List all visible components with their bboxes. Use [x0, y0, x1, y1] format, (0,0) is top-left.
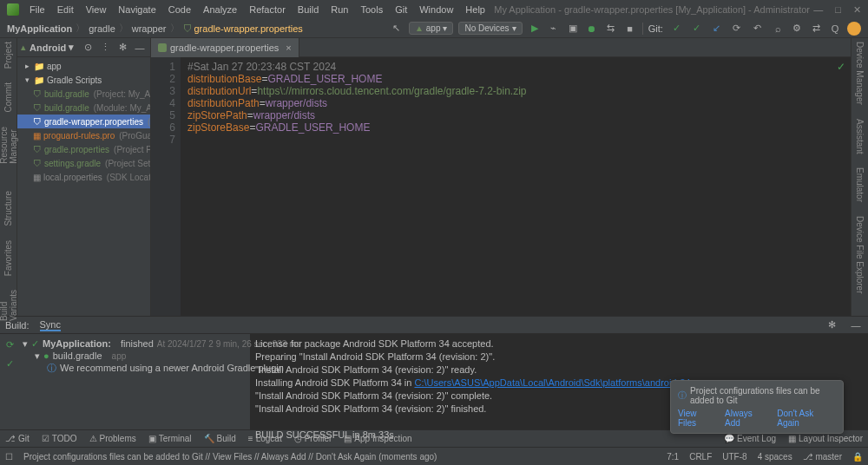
gear-icon[interactable]: ✻	[825, 318, 838, 332]
menu-code[interactable]: Code	[163, 3, 196, 16]
code-content[interactable]: #Sat Jan 27 20:23:48 CST 2024 distributi…	[181, 57, 851, 316]
rail-build-variants[interactable]: Build Variants	[0, 290, 18, 321]
menu-navigate[interactable]: Navigate	[113, 3, 161, 16]
git-revert-icon[interactable]: ↶	[750, 22, 764, 36]
tree-app[interactable]: ▸📁app	[17, 59, 150, 73]
breadcrumb-root[interactable]: MyApplication	[7, 23, 72, 34]
status-encoding[interactable]: UTF-8	[722, 452, 746, 462]
tool-logcat[interactable]: ≡ Logcat	[248, 434, 282, 443]
project-view-dropdown[interactable]: Android ▾	[30, 42, 74, 53]
search-icon[interactable]: ⌕	[771, 22, 785, 36]
breadcrumb-1[interactable]: gradle	[89, 23, 115, 34]
git-push-icon[interactable]: ✓	[690, 22, 704, 36]
hide-icon[interactable]: —	[849, 318, 863, 332]
menu-view[interactable]: View	[81, 3, 112, 16]
git-update-icon[interactable]: ↙	[710, 22, 724, 36]
tool-layout-inspector[interactable]: ▦ Layout Inspector	[788, 434, 863, 443]
tree-item-gradle-properties[interactable]: ⛉gradle.properties(Project Pro	[17, 142, 150, 156]
attach-button[interactable]: ⇆	[604, 22, 618, 36]
rail-assistant[interactable]: Assistant	[855, 119, 865, 154]
tree-item-settings-gradle[interactable]: ⛉settings.gradle(Project Settin	[17, 156, 150, 170]
tree-item-build-gradle-project[interactable]: ⛉build.gradle(Project: My_App	[17, 87, 150, 101]
rail-commit[interactable]: Commit	[3, 82, 13, 112]
file-icon: ▦	[33, 131, 41, 141]
status-position[interactable]: 7:1	[667, 452, 679, 462]
minimize-button[interactable]: —	[813, 4, 823, 16]
menu-file[interactable]: File	[24, 3, 50, 16]
menu-analyze[interactable]: Analyze	[198, 3, 242, 16]
select-opened-icon[interactable]: ⊙	[81, 41, 95, 55]
build-tree-child2[interactable]: ⓘWe recommend using a newer Android Grad…	[23, 362, 247, 374]
tool-git[interactable]: ⎇Git	[5, 434, 30, 443]
status-indent[interactable]: 4 spaces	[758, 452, 792, 462]
tool-problems[interactable]: ⚠ Problems	[89, 434, 136, 443]
debug-button[interactable]: ⌁	[547, 22, 561, 36]
menu-window[interactable]: Window	[414, 3, 458, 16]
rail-favorites[interactable]: Favorites	[3, 240, 13, 276]
tool-build[interactable]: 🔨 Build	[204, 434, 236, 443]
status-branch[interactable]: ⎇ master	[803, 452, 842, 462]
settings-icon[interactable]: ⚙	[790, 22, 804, 36]
device-dropdown[interactable]: No Devices ▾	[458, 22, 522, 35]
editor-body[interactable]: 1234567 #Sat Jan 27 20:23:48 CST 2024 di…	[151, 57, 851, 316]
avatar[interactable]	[847, 22, 861, 36]
rail-device-manager[interactable]: Device Manager	[855, 42, 865, 105]
status-eol[interactable]: CRLF	[689, 452, 712, 462]
search-everywhere-icon[interactable]: Q	[828, 22, 842, 36]
editor-tab-gradle-wrapper[interactable]: gradle-wrapper.properties ×	[151, 38, 299, 57]
tool-event-log[interactable]: 💬Event Log	[724, 434, 776, 443]
breadcrumb-2[interactable]: wrapper	[132, 23, 167, 34]
git-commit-icon[interactable]: ✓	[670, 22, 684, 36]
breadcrumb-3[interactable]: gradle-wrapper.properties	[194, 23, 303, 34]
rail-resource-manager[interactable]: Resource Manager	[0, 127, 18, 164]
main-menu: File Edit View Navigate Code Analyze Ref…	[24, 3, 490, 16]
menu-build[interactable]: Build	[293, 3, 324, 16]
run-config-dropdown[interactable]: ▲ app ▾	[409, 22, 454, 35]
back-icon[interactable]: ↖	[390, 22, 404, 36]
maximize-button[interactable]: □	[835, 4, 841, 16]
rail-project[interactable]: Project	[3, 42, 13, 69]
run-button[interactable]: ▶	[528, 22, 542, 36]
rail-emulator[interactable]: Emulator	[855, 167, 865, 202]
close-button[interactable]: ✕	[853, 4, 861, 16]
status-lock-icon[interactable]: 🔒	[852, 452, 863, 462]
menu-refactor[interactable]: Refactor	[244, 3, 291, 16]
line-gutter: 1234567	[151, 57, 181, 316]
rerun-icon[interactable]: ⟳	[3, 337, 16, 351]
notif-dont-ask[interactable]: Don't Ask Again	[777, 409, 836, 428]
tree-gradle-scripts[interactable]: ▾📁Gradle Scripts	[17, 73, 150, 87]
profiler-button[interactable]: ⏺	[585, 22, 599, 36]
tree-item-gradle-wrapper[interactable]: ⛉gradle-wrapper.properties(Gr	[17, 115, 150, 128]
rail-device-file-explorer[interactable]: Device File Explorer	[855, 216, 865, 293]
tree-item-build-gradle-module[interactable]: ⛉build.gradle(Module: My_App	[17, 101, 150, 115]
hide-icon[interactable]: —	[133, 41, 147, 55]
tool-profiler[interactable]: ◷ Profiler	[294, 434, 332, 443]
tool-terminal[interactable]: ▣ Terminal	[148, 434, 192, 443]
notif-view-files[interactable]: View Files	[678, 409, 716, 428]
tree-item-proguard[interactable]: ▦proguard-rules.pro(ProGuard	[17, 128, 150, 142]
output-path-link[interactable]: C:\Users\ASUS\AppData\Local\Android\Sdk\…	[414, 377, 690, 388]
gear-icon[interactable]: ✻	[115, 41, 129, 55]
tool-app-inspection[interactable]: ▤ App Inspection	[344, 434, 411, 443]
menu-edit[interactable]: Edit	[52, 3, 79, 16]
notif-always-add[interactable]: Always Add	[725, 409, 768, 428]
collapse-icon[interactable]: ⋮	[98, 41, 112, 55]
status-icon[interactable]: ☐	[5, 452, 13, 462]
build-tree-child1[interactable]: ▾●build.gradle app	[23, 350, 247, 362]
menu-git[interactable]: Git	[390, 3, 412, 16]
menu-tools[interactable]: Tools	[355, 3, 388, 16]
inspection-ok-icon[interactable]: ✓	[837, 61, 845, 73]
build-tree-root[interactable]: ▾✓ MyApplication: finished At 2024/1/27 …	[23, 337, 247, 350]
close-tab-icon[interactable]: ×	[286, 43, 291, 53]
coverage-button[interactable]: ▣	[566, 22, 580, 36]
tool-todo[interactable]: ☑ TODO	[42, 434, 77, 443]
menu-help[interactable]: Help	[460, 3, 490, 16]
filter-ok-icon[interactable]: ✓	[3, 357, 16, 370]
sync-icon[interactable]: ⇄	[809, 22, 823, 36]
rail-structure[interactable]: Structure	[3, 191, 13, 226]
sync-tab[interactable]: Sync	[40, 319, 61, 331]
git-history-icon[interactable]: ⟳	[730, 22, 744, 36]
menu-run[interactable]: Run	[326, 3, 353, 16]
tree-item-local-properties[interactable]: ▦local.properties(SDK Location	[17, 170, 150, 184]
stop-button[interactable]: ■	[623, 22, 637, 36]
